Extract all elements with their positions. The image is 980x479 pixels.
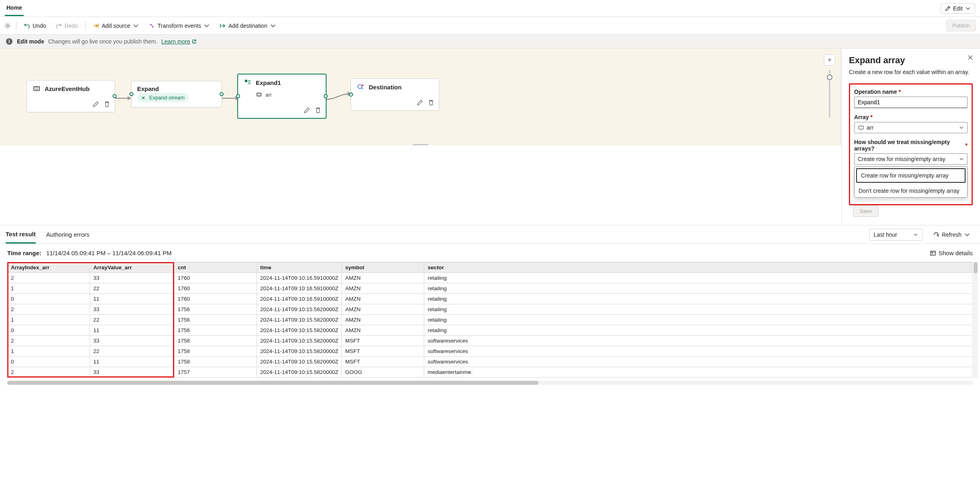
table-row[interactable]: 01117582024-11-14T09:10:15.5820000ZMSFTs… — [8, 357, 973, 367]
table-row[interactable]: 23317602024-11-14T09:10:16.5910000ZAMZNr… — [8, 273, 973, 283]
panel-title: Expand array — [849, 55, 973, 66]
table-cell: 2024-11-14T09:10:16.5910000Z — [257, 294, 342, 304]
dropdown-option-dont-create[interactable]: Don't create row for missing/empty array — [855, 184, 967, 197]
details-icon — [930, 250, 936, 256]
redo-icon — [55, 23, 62, 29]
zoom-thumb[interactable] — [827, 74, 832, 80]
transform-icon — [149, 23, 155, 29]
table-row[interactable]: 01117562024-11-14T09:10:15.5820000ZAMZNr… — [8, 325, 973, 336]
gear-icon[interactable] — [4, 22, 11, 29]
info-icon: i — [6, 38, 13, 45]
scrollbar-thumb[interactable] — [974, 262, 978, 273]
zoom-add-button[interactable]: + — [824, 54, 835, 66]
node-source-title: AzureEventHub — [45, 85, 90, 92]
table-cell: AMZN — [342, 325, 424, 336]
output-port[interactable] — [113, 94, 117, 98]
node-expand[interactable]: Expand Expand-stream — [131, 81, 222, 107]
table-cell: 2024-11-14T09:10:15.5820000Z — [257, 315, 342, 325]
op-name-input[interactable] — [854, 97, 968, 108]
node-destination[interactable]: Destination — [351, 78, 439, 111]
table-cell: 1760 — [175, 273, 257, 283]
bottom-panel: Test result Authoring errors Last hour R… — [0, 225, 980, 387]
time-range-select[interactable]: Last hour — [869, 229, 922, 241]
expand-op-icon — [244, 78, 252, 87]
table-cell: 2024-11-14T09:10:15.5820000Z — [257, 336, 342, 346]
undo-button[interactable]: Undo — [20, 20, 50, 31]
edit-node-button[interactable] — [91, 100, 100, 109]
input-port[interactable] — [129, 92, 134, 96]
horizontal-scrollbar[interactable] — [7, 381, 973, 385]
input-port[interactable] — [236, 94, 240, 98]
table-cell: 22 — [90, 315, 175, 325]
column-header[interactable]: time — [257, 262, 342, 273]
table-cell: AMZN — [342, 283, 424, 294]
column-header[interactable]: symbol — [342, 262, 424, 273]
table-row[interactable]: 12217562024-11-14T09:10:15.5820000ZAMZNr… — [8, 315, 973, 325]
meta-row: Time range: 11/14/24 05:09:41 PM – 11/14… — [0, 244, 980, 262]
delete-node-button[interactable] — [427, 98, 436, 107]
learn-more-link[interactable]: Learn more — [161, 38, 197, 45]
table-row[interactable]: 01117602024-11-14T09:10:16.5910000ZAMZNr… — [8, 294, 973, 304]
breadcrumb-home[interactable]: Home — [5, 0, 24, 16]
delete-node-button[interactable] — [314, 106, 323, 115]
column-header[interactable]: sector — [424, 262, 973, 273]
table-cell: AMZN — [342, 315, 424, 325]
missing-select[interactable]: Create row for missing/empty array — [854, 153, 968, 165]
node-expand1-field: arr — [238, 91, 326, 103]
delete-node-button[interactable] — [103, 100, 111, 109]
time-range-text: 11/14/24 05:09:41 PM – 11/14/24 06:09:41… — [46, 250, 172, 256]
canvas[interactable]: AzureEventHub Expand Expand-stream — [0, 49, 841, 145]
table-row[interactable]: 23317572024-11-14T09:10:15.5820000ZGOOGm… — [8, 367, 973, 378]
svg-point-14 — [362, 85, 364, 86]
tab-test-result[interactable]: Test result — [6, 226, 36, 244]
output-port[interactable] — [220, 92, 224, 96]
transform-label: Transform events — [158, 23, 201, 29]
table-cell: 22 — [90, 346, 175, 357]
table-cell: 1756 — [175, 325, 257, 336]
redo-button[interactable]: Redo — [51, 20, 82, 31]
array-select[interactable]: arr — [854, 122, 968, 133]
table-cell: 11 — [90, 325, 175, 336]
add-source-button[interactable]: Add source — [89, 20, 143, 31]
edit-button[interactable]: Edit — [941, 3, 975, 14]
table-cell: 2 — [8, 304, 90, 315]
table-cell: 2024-11-14T09:10:16.5910000Z — [257, 273, 342, 283]
transform-events-button[interactable]: Transform events — [145, 20, 214, 31]
vertical-scrollbar[interactable] — [974, 262, 978, 378]
close-button[interactable] — [967, 54, 974, 62]
refresh-button[interactable]: Refresh — [929, 229, 974, 240]
column-header[interactable]: ArrayValue_arr — [90, 262, 175, 273]
scrollbar-thumb[interactable] — [7, 381, 538, 385]
chevron-down-icon — [959, 157, 964, 161]
edit-node-button[interactable] — [415, 98, 424, 107]
show-details-button[interactable]: Show details — [930, 250, 973, 256]
table-cell: 2024-11-14T09:10:15.5820000Z — [257, 367, 342, 378]
chevron-down-icon — [965, 6, 971, 11]
node-source[interactable]: AzureEventHub — [27, 80, 115, 112]
zoom-slider[interactable] — [829, 70, 830, 118]
canvas-resize-handle[interactable] — [413, 144, 429, 145]
tab-authoring-errors[interactable]: Authoring errors — [46, 226, 90, 243]
edit-mode-label: Edit mode — [17, 38, 44, 45]
table-row[interactable]: 23317582024-11-14T09:10:15.5820000ZMSFTs… — [8, 336, 973, 346]
column-header[interactable]: ArrayIndex_arr — [8, 262, 90, 273]
output-port[interactable] — [324, 94, 328, 98]
svg-rect-15 — [859, 126, 863, 129]
add-destination-button[interactable]: Add destination — [216, 20, 280, 31]
dropdown-option-create[interactable]: Create row for missing/empty array — [856, 168, 966, 183]
table-row[interactable]: 12217582024-11-14T09:10:15.5820000ZMSFTs… — [8, 346, 973, 357]
save-button[interactable]: Save — [853, 205, 879, 217]
table-row[interactable]: 23317562024-11-14T09:10:15.5820000ZAMZNr… — [8, 304, 973, 315]
node-expand-chip-label: Expand-stream — [149, 95, 185, 101]
publish-button[interactable]: Publish — [946, 20, 976, 31]
redo-label: Redo — [64, 23, 78, 29]
table-cell: 33 — [90, 367, 175, 378]
pencil-icon — [945, 6, 951, 11]
table-cell: 1758 — [175, 357, 257, 367]
column-header[interactable]: cnt — [175, 262, 257, 273]
input-port[interactable] — [349, 93, 353, 97]
edit-node-button[interactable] — [302, 106, 311, 115]
node-expand1[interactable]: Expand1 arr — [237, 74, 327, 119]
missing-value: Create row for missing/empty array — [858, 156, 945, 162]
table-row[interactable]: 12217602024-11-14T09:10:16.5910000ZAMZNr… — [8, 283, 973, 294]
